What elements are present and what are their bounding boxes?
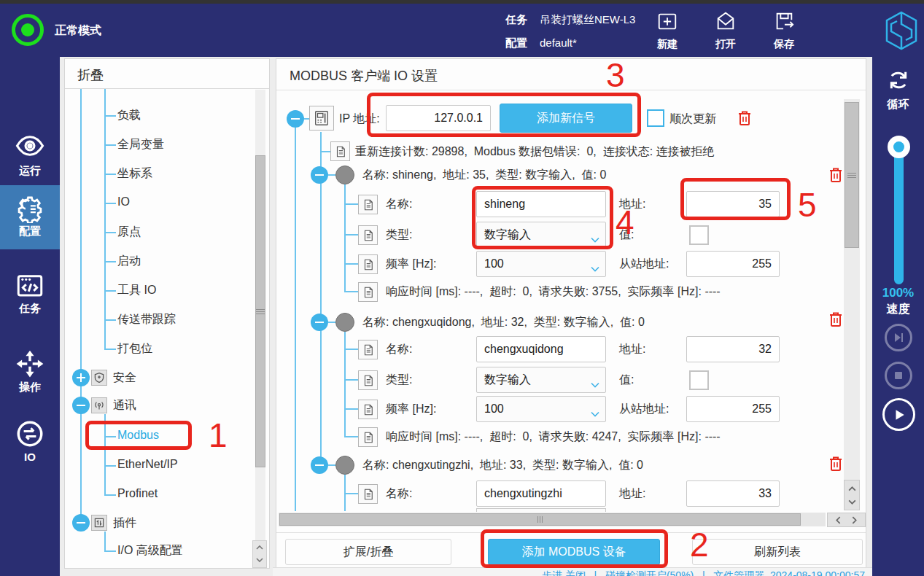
signal2-response-text: 响应时间 [ms]: ----, 超时: 0, 请求失败: 4247, 实际频率… xyxy=(386,429,721,444)
signal1-frequency-dropdown[interactable]: 100 xyxy=(476,251,606,277)
name-label: 名称: xyxy=(386,486,412,501)
mode-label: 正常模式 xyxy=(55,23,101,39)
sidebar-io-label: IO xyxy=(0,451,60,463)
main-hscrollbar-thumb[interactable] xyxy=(279,513,801,526)
device-collapse-toggle[interactable] xyxy=(287,110,304,128)
signal1-slave-input[interactable]: 255 xyxy=(686,251,780,277)
signal3-collapse-toggle[interactable] xyxy=(311,456,328,474)
signal2-name-input[interactable]: chengxuqidong xyxy=(476,336,606,362)
annotation-number-2: 2 xyxy=(690,528,709,561)
expand-collapse-button[interactable]: 扩展/折叠 xyxy=(285,539,451,565)
tree-item-conveyor[interactable]: 传送带跟踪 xyxy=(117,312,176,327)
refresh-list-button[interactable]: 刷新列表 xyxy=(692,539,863,565)
tree-item-tool-io[interactable]: 工具 IO xyxy=(117,283,156,298)
document-icon xyxy=(358,484,378,504)
new-button-label: 新建 xyxy=(649,38,686,51)
config-label: 配置 xyxy=(505,36,527,50)
play-button[interactable] xyxy=(882,398,915,431)
speed-slider-track[interactable] xyxy=(894,144,904,284)
main-vscroll-buttons[interactable] xyxy=(844,480,860,510)
address-label: 地址: xyxy=(619,486,645,501)
sequential-update-label: 顺次更新 xyxy=(669,112,716,126)
signal2-delete-trash-icon[interactable] xyxy=(827,311,845,331)
delete-device-trash-icon[interactable] xyxy=(736,109,753,130)
right-sidebar: 循环 100% 速度 xyxy=(872,57,924,576)
tree-item-packing[interactable]: 打包位 xyxy=(117,341,152,357)
signal1-collapse-toggle[interactable] xyxy=(311,166,328,184)
signal2-type-dropdown[interactable]: 数字输入 xyxy=(476,367,606,393)
config-value: default* xyxy=(540,36,577,49)
signal2-address-input[interactable]: 32 xyxy=(686,336,780,362)
step-next-button[interactable] xyxy=(885,324,912,351)
signal3-address-input[interactable]: 33 xyxy=(686,480,780,507)
tree-item-io-advanced[interactable]: I/O 高级配置 xyxy=(117,543,183,559)
signal2-name-value: chengxuqidong xyxy=(484,343,564,356)
signal1-value-checkbox[interactable] xyxy=(689,225,709,245)
annotation-box-5 xyxy=(680,178,791,220)
signal2-frequency-value: 100 xyxy=(484,402,504,416)
gear-icon xyxy=(15,192,45,226)
type-label: 类型: xyxy=(386,373,412,387)
signal3-name-value: chengxutingzhi xyxy=(484,487,562,500)
sidebar-item-config[interactable]: 配置 xyxy=(0,185,60,249)
save-button[interactable]: 保存 xyxy=(766,9,802,54)
signal3-name-input[interactable]: chengxutingzhi xyxy=(476,480,606,507)
scroll-down-icon[interactable] xyxy=(255,556,264,564)
sidebar-item-io[interactable]: IO xyxy=(0,413,60,475)
signal2-frequency-dropdown[interactable]: 100 xyxy=(476,396,606,422)
connector xyxy=(328,174,335,176)
tree-group-plugin[interactable]: 插件 xyxy=(113,515,136,531)
scroll-up-icon[interactable] xyxy=(255,543,264,552)
tree-group-comm[interactable]: 通讯 xyxy=(113,398,136,413)
save-button-label: 保存 xyxy=(766,38,802,51)
tree-item-startup[interactable]: 启动 xyxy=(117,254,141,269)
tree-item-global-vars[interactable]: 全局变量 xyxy=(117,137,164,152)
tree-item-coord-system[interactable]: 坐标系 xyxy=(117,166,152,182)
loop-cycle-icon[interactable] xyxy=(884,66,913,98)
sidebar-item-run[interactable]: 运行 xyxy=(0,128,60,190)
skip-next-icon xyxy=(893,332,904,343)
signal2-slave-input[interactable]: 255 xyxy=(686,396,780,422)
tree-item-home[interactable]: 原点 xyxy=(117,225,141,240)
config-tree-panel: 折叠 负载 全局变量 坐标系 IO 原点 启动 工具 IO 传送带跟踪 打包位 … xyxy=(64,58,270,569)
tree-trunk-line xyxy=(80,89,82,524)
scroll-left-icon[interactable] xyxy=(834,515,843,525)
scroll-right-icon[interactable] xyxy=(850,515,859,525)
main-hscroll-buttons[interactable] xyxy=(827,513,866,527)
frequency-label: 频率 [Hz]: xyxy=(386,257,436,271)
signal2-address-value: 32 xyxy=(758,343,772,356)
signal3-delete-trash-icon[interactable] xyxy=(827,455,845,475)
scroll-down-icon[interactable] xyxy=(847,497,857,507)
signal3-summary: 名称: chengxutingzhi, 地址: 33, 类型: 数字输入, 值:… xyxy=(362,458,643,472)
tree-item-ethernet-ip[interactable]: EtherNet/IP xyxy=(117,458,178,471)
signal1-delete-trash-icon[interactable] xyxy=(827,166,845,187)
speed-slider-knob[interactable] xyxy=(888,136,910,158)
tree-item-profinet[interactable]: Profinet xyxy=(117,487,158,500)
new-button[interactable]: 新建 xyxy=(649,9,686,54)
tree-item-payload[interactable]: 负载 xyxy=(117,108,141,123)
signal2-collapse-toggle[interactable] xyxy=(311,314,328,331)
sidebar-item-task[interactable]: 任务 xyxy=(0,264,60,327)
main-vscrollbar-thumb[interactable] xyxy=(845,102,859,248)
tree-collapse-comm[interactable] xyxy=(72,397,90,414)
open-button[interactable]: 打开 xyxy=(707,9,744,54)
save-icon xyxy=(773,10,795,35)
tree-collapse-header[interactable]: 折叠 xyxy=(77,66,104,84)
signal1-frequency-value: 100 xyxy=(484,257,504,271)
open-button-label: 打开 xyxy=(707,38,744,51)
tree-scrollbar-thumb[interactable] xyxy=(255,155,265,467)
stop-button[interactable] xyxy=(885,362,912,389)
tree-group-security[interactable]: 安全 xyxy=(113,370,136,386)
signal2-node-icon xyxy=(335,313,354,332)
signal2-value-checkbox[interactable] xyxy=(689,370,709,390)
tree-collapse-plugin[interactable] xyxy=(72,514,90,532)
scroll-up-icon[interactable] xyxy=(847,484,857,494)
tree-connector xyxy=(104,174,116,175)
document-icon xyxy=(358,282,378,302)
tree-expand-security[interactable] xyxy=(72,369,90,386)
left-sidebar: 运行 配置 任务 操作 IO 6A52 xyxy=(0,57,60,576)
sidebar-item-operate[interactable]: 操作 xyxy=(0,343,60,405)
tree-scroll-buttons[interactable] xyxy=(252,540,267,568)
sequential-update-checkbox[interactable] xyxy=(647,109,664,127)
tree-item-io[interactable]: IO xyxy=(117,195,130,209)
